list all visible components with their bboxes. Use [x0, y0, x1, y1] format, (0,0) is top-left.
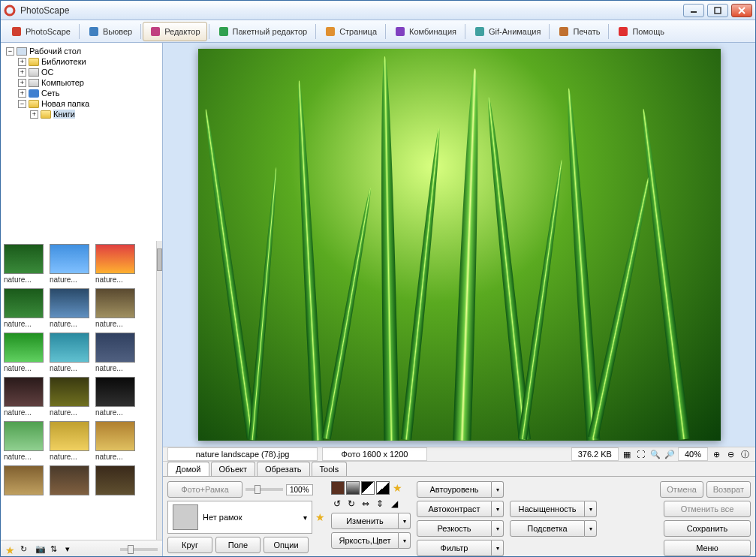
rotate-left-icon[interactable]: ↺: [331, 498, 343, 510]
zoom-out-icon[interactable]: ⊖: [724, 448, 736, 460]
tree-item-4[interactable]: +Сеть: [4, 88, 159, 98]
svg-rect-6: [89, 27, 98, 36]
menu-button[interactable]: Меню: [664, 540, 751, 556]
bw-tone-icon[interactable]: [361, 481, 375, 495]
info-bar: nature landscape (78).jpg Фото 1600 x 12…: [163, 447, 755, 462]
svg-point-0: [5, 6, 14, 15]
rotate-right-icon[interactable]: ↻: [345, 498, 357, 510]
zoom-actual-icon[interactable]: 🔎: [664, 448, 676, 460]
camera-icon[interactable]: 📷: [35, 544, 46, 555]
toolbar-tab-5[interactable]: Комбинация: [387, 22, 463, 41]
toolbar-tab-7[interactable]: Печать: [551, 22, 607, 41]
toolbar-tab-8[interactable]: Помощь: [610, 22, 671, 41]
svg-rect-7: [151, 27, 160, 36]
info-icon[interactable]: ⓘ: [739, 448, 751, 460]
editor-tab-2[interactable]: Обрезать: [257, 462, 310, 476]
checker-icon[interactable]: ▦: [621, 448, 633, 460]
field-button[interactable]: Поле: [215, 537, 261, 553]
thumbnail-8[interactable]: nature...: [95, 333, 137, 372]
folder-tree[interactable]: −Рабочий стол+Библиотеки+ОС+Компьютер+Се…: [1, 43, 162, 241]
thumbnail-2[interactable]: nature...: [95, 244, 137, 284]
thumbnail-1[interactable]: nature...: [50, 244, 91, 284]
thumbnail-13[interactable]: nature...: [50, 421, 91, 461]
favorite-icon[interactable]: ★: [5, 544, 16, 555]
svg-rect-9: [326, 27, 335, 36]
sort-icon[interactable]: ⇅: [50, 544, 61, 555]
autolevel-split-button[interactable]: Автоуровень▾: [417, 481, 504, 498]
undo-all-button[interactable]: Отменить все: [664, 501, 751, 517]
svg-rect-10: [396, 27, 405, 36]
tree-item-2[interactable]: +ОС: [4, 67, 159, 77]
zoom-in-fit-icon[interactable]: 🔍: [649, 448, 661, 460]
straighten-icon[interactable]: ◢: [388, 498, 400, 510]
sepia-tone-icon[interactable]: [331, 481, 345, 495]
photo-canvas[interactable]: [198, 49, 721, 441]
toolbar-tab-0[interactable]: PhotoScape: [4, 22, 77, 41]
thumbnail-12[interactable]: nature...: [4, 421, 45, 461]
thumbnail-14[interactable]: nature...: [95, 421, 137, 461]
thumbnail-6[interactable]: nature...: [4, 333, 45, 372]
options-button[interactable]: Опции: [264, 537, 309, 553]
thumbnail-17[interactable]: [95, 465, 137, 497]
tree-item-1[interactable]: +Библиотеки: [4, 56, 159, 67]
toolbar-tab-3[interactable]: Пакетный редактор: [211, 22, 315, 41]
thumbnail-15[interactable]: [4, 465, 45, 497]
scrollbar-handle[interactable]: [157, 248, 162, 271]
dropdown-icon[interactable]: ▾: [65, 544, 76, 555]
fit-icon[interactable]: ⛶: [635, 448, 647, 460]
flip-v-icon[interactable]: ⇕: [374, 498, 386, 510]
thumbnail-11[interactable]: nature...: [95, 377, 137, 417]
toolbar-tab-2[interactable]: Редактор: [143, 22, 206, 41]
svg-rect-12: [559, 27, 568, 36]
thumbnail-0[interactable]: nature...: [4, 244, 45, 284]
close-button[interactable]: [731, 4, 752, 17]
grayscale-tone-icon[interactable]: [346, 481, 360, 495]
thumbnail-16[interactable]: [50, 465, 91, 497]
undo-button[interactable]: Отмена: [660, 481, 703, 498]
thumbnail-5[interactable]: nature...: [95, 288, 137, 328]
tree-item-5[interactable]: −Новая папка: [4, 98, 159, 109]
save-button[interactable]: Сохранить: [664, 520, 751, 537]
editor-tab-0[interactable]: Домой: [167, 462, 209, 476]
tree-item-3[interactable]: +Компьютер: [4, 77, 159, 88]
invert-tone-icon[interactable]: [376, 481, 390, 495]
editor-tab-3[interactable]: Tools: [312, 462, 348, 476]
maximize-button[interactable]: [707, 4, 728, 17]
tone-favorite-icon[interactable]: ★: [393, 482, 402, 494]
tree-item-0[interactable]: −Рабочий стол: [4, 46, 159, 56]
saturation-split-button[interactable]: Насыщенность▾: [510, 501, 597, 517]
refresh-icon[interactable]: ↻: [20, 544, 31, 555]
minimize-button[interactable]: [683, 4, 704, 17]
frame-preview: [173, 504, 198, 530]
thumbnail-3[interactable]: nature...: [4, 288, 45, 328]
thumbnail-10[interactable]: nature...: [50, 377, 91, 417]
frame-slider[interactable]: [245, 488, 283, 491]
toolbar-tab-4[interactable]: Страница: [318, 22, 384, 41]
redo-button[interactable]: Возврат: [706, 481, 751, 498]
toolbar-tab-1[interactable]: Вьювер: [81, 22, 139, 41]
thumbnail-4[interactable]: nature...: [50, 288, 91, 328]
thumb-size-slider[interactable]: [120, 548, 158, 551]
frame-label: Нет рамок: [203, 513, 242, 522]
zoom-in-icon[interactable]: ⊕: [710, 448, 722, 460]
backlight-split-button[interactable]: Подсветка▾: [510, 520, 597, 537]
frame-favorite-icon[interactable]: ★: [315, 511, 325, 523]
tree-item-6[interactable]: +Книги: [4, 109, 159, 119]
thumbnail-7[interactable]: nature...: [50, 333, 91, 372]
autocontrast-split-button[interactable]: Автоконтраст▾: [417, 501, 504, 517]
thumbnail-grid[interactable]: nature...nature...nature...nature...natu…: [1, 241, 156, 540]
photo-frame-button[interactable]: Фото+Рамка: [167, 481, 242, 498]
thumbnail-scrollbar[interactable]: [156, 241, 162, 540]
sharpness-split-button[interactable]: Резкость▾: [417, 520, 504, 537]
svg-rect-5: [12, 27, 21, 36]
flip-h-icon[interactable]: ⇔: [360, 498, 372, 510]
toolbar-tab-6[interactable]: Gif-Анимация: [467, 22, 547, 41]
resize-split-button[interactable]: Изменить▾: [331, 513, 411, 529]
svg-rect-13: [619, 27, 628, 36]
round-button[interactable]: Круг: [167, 537, 212, 553]
frame-selector[interactable]: Нет рамок ▾: [167, 501, 312, 534]
filter-split-button[interactable]: Фильтр▾: [417, 540, 504, 556]
brightness-color-split-button[interactable]: Яркость,Цвет▾: [331, 532, 411, 549]
editor-tab-1[interactable]: Объект: [211, 462, 255, 476]
thumbnail-9[interactable]: nature...: [4, 377, 45, 417]
